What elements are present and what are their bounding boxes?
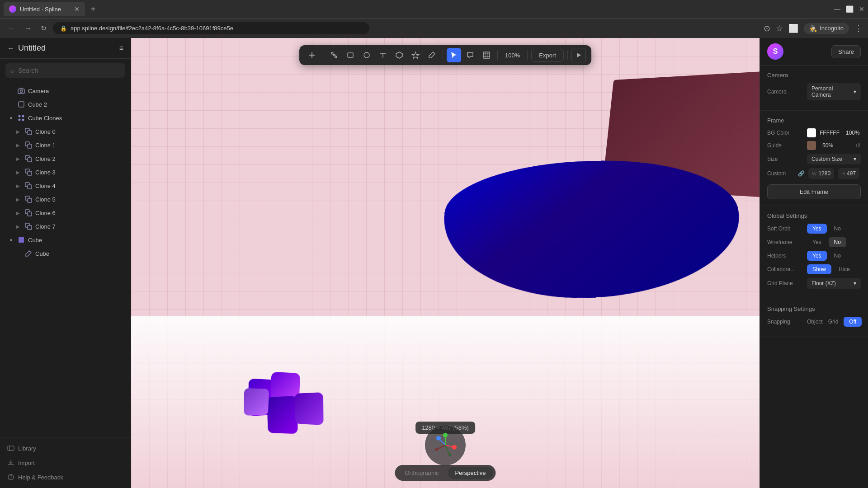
forward-nav-button[interactable]: → (22, 23, 34, 34)
text-tool-button[interactable] (376, 48, 390, 62)
back-nav-button[interactable]: ← (5, 23, 18, 34)
incognito-icon: 🕵 (809, 25, 817, 32)
export-button[interactable]: Export (531, 49, 564, 62)
orientation-gizmo[interactable] (425, 425, 466, 465)
cast-icon[interactable]: ⊙ (764, 23, 770, 33)
tree-item-clone0[interactable]: ▶ Clone 0 (7, 125, 131, 138)
add-tool-button[interactable] (305, 48, 319, 62)
play-button[interactable] (571, 48, 586, 62)
tree-item-clone2[interactable]: ▶ Clone 2 (7, 152, 131, 165)
share-button[interactable]: Share (831, 45, 861, 58)
collabora-hide-button[interactable]: Hide (833, 264, 855, 274)
snapping-row: Snapping Object Grid Off (767, 317, 861, 327)
chevron-down-icon: ▾ (854, 89, 856, 95)
tab-controls: — ⬜ ✕ (834, 5, 864, 13)
active-tab[interactable]: Untitled · Spline ✕ (4, 2, 85, 16)
refresh-nav-button[interactable]: ↻ (38, 22, 49, 34)
tree-item-clone7[interactable]: ▶ Clone 7 (7, 220, 131, 233)
expand-arrow[interactable]: ▶ (14, 209, 22, 216)
tree-item-camera[interactable]: Camera (0, 84, 131, 98)
incognito-button[interactable]: 🕵 Incognito (804, 23, 849, 34)
import-button[interactable]: Import (7, 457, 123, 468)
frame-tool-button[interactable] (479, 48, 494, 62)
library-button[interactable]: Library (7, 443, 123, 454)
maximize-button[interactable]: ⬜ (846, 5, 854, 13)
expand-arrow[interactable]: ▶ (14, 196, 22, 203)
right-panel: S Share Camera Camera Personal Camera ▾ … (760, 38, 868, 488)
svg-rect-36 (483, 52, 490, 58)
minimize-button[interactable]: — (834, 5, 840, 13)
bookmark-icon[interactable]: ☆ (776, 23, 783, 33)
help-label: Help & Feedback (18, 474, 63, 481)
search-box[interactable]: ⌕ (5, 63, 125, 78)
bg-color-row: BG Color FFFFFF 100% (767, 128, 861, 137)
expand-arrow[interactable]: ▶ (14, 182, 22, 189)
expand-arrow[interactable]: ▶ (14, 128, 22, 135)
extensions-icon[interactable]: ⬜ (788, 23, 798, 33)
perspective-view-button[interactable]: Perspective (448, 467, 493, 479)
clone3-label: Clone 3 (35, 169, 123, 176)
select-tool-button[interactable] (447, 48, 461, 62)
svg-rect-26 (21, 240, 24, 243)
tree-item-clone5[interactable]: ▶ Clone 5 (7, 192, 131, 206)
svg-rect-14 (28, 171, 32, 175)
tree-item-cube2[interactable]: Cube 2 (0, 98, 131, 111)
svg-point-35 (364, 52, 369, 58)
canvas-area[interactable]: 100% Export 1280 × 497 (58%) (131, 38, 760, 488)
camera-dropdown[interactable]: Personal Camera ▾ (807, 83, 861, 100)
helpers-no-button[interactable]: No (829, 251, 846, 261)
hamburger-menu-button[interactable]: ≡ (119, 44, 123, 52)
tree-item-cube-child[interactable]: Cube (7, 247, 131, 260)
helpers-yes-button[interactable]: Yes (807, 251, 827, 261)
transform-tool-button[interactable] (327, 48, 341, 62)
expand-arrow[interactable]: ▶ (14, 141, 22, 149)
grid-plane-dropdown[interactable]: Floor (XZ) ▾ (807, 278, 861, 289)
height-input[interactable]: H 497 (838, 168, 859, 179)
tree-item-clone3[interactable]: ▶ Clone 3 (7, 165, 131, 179)
guide-reset-button[interactable]: ↺ (855, 142, 861, 149)
soft-orbit-yes-button[interactable]: Yes (807, 224, 827, 234)
url-input-box[interactable]: 🔒 app.spline.design/file/f2ec2a42-8f6a-4… (53, 22, 369, 34)
snapping-off-button[interactable]: Off (844, 317, 862, 327)
cube-children: Cube (0, 247, 131, 260)
bg-color-swatch[interactable] (807, 128, 816, 137)
tree-item-clone4[interactable]: ▶ Clone 4 (7, 179, 131, 192)
rectangle-tool-button[interactable] (343, 48, 358, 62)
search-input[interactable] (18, 67, 120, 74)
wireframe-no-button[interactable]: No (829, 237, 846, 247)
circle-tool-button[interactable] (359, 48, 374, 62)
tree-item-cube-clones[interactable]: ▾ Cube Clones (0, 111, 131, 125)
tree-item-cube-group[interactable]: ▾ Cube (0, 233, 131, 247)
tree-item-clone1[interactable]: ▶ Clone 1 (7, 138, 131, 152)
guide-color-swatch[interactable] (807, 141, 816, 150)
tab-close-button[interactable]: ✕ (74, 5, 80, 13)
new-tab-button[interactable]: + (87, 4, 99, 14)
gizmo-circle[interactable] (425, 425, 466, 465)
edit-frame-button[interactable]: Edit Frame (767, 184, 861, 199)
pen-tool-button[interactable] (425, 48, 439, 62)
browser-menu-button[interactable]: ⋮ (854, 23, 863, 33)
collabora-show-button[interactable]: Show (807, 264, 831, 274)
collabora-row: Collabora... Show Hide (767, 264, 861, 274)
tree-item-clone6[interactable]: ▶ Clone 6 (7, 206, 131, 220)
expand-arrow-cube[interactable]: ▾ (7, 236, 14, 244)
size-dropdown[interactable]: Custom Size ▾ (807, 154, 861, 164)
expand-arrow[interactable]: ▶ (14, 223, 22, 230)
3d-tool-button[interactable] (392, 48, 406, 62)
soft-orbit-no-button[interactable]: No (829, 224, 846, 234)
width-input[interactable]: W 1280 (808, 168, 834, 179)
wireframe-yes-button[interactable]: Yes (807, 237, 827, 247)
expand-arrow[interactable]: ▶ (14, 155, 22, 162)
star-tool-button[interactable] (408, 48, 423, 62)
svg-point-6 (22, 119, 24, 121)
url-text: app.spline.design/file/f2ec2a42-8f6a-4c5… (71, 25, 233, 32)
orthographic-view-button[interactable]: Orthographic (397, 467, 446, 479)
close-button[interactable]: ✕ (859, 5, 864, 13)
comment-tool-button[interactable] (463, 48, 477, 62)
expand-arrow[interactable]: ▶ (14, 169, 22, 176)
help-button[interactable]: ? Help & Feedback (7, 472, 123, 483)
clones-children: ▶ Clone 0 ▶ Clone 1 ▶ (0, 125, 131, 233)
lock-icon[interactable]: 🔗 (798, 170, 805, 177)
expand-arrow-clones[interactable]: ▾ (7, 114, 14, 122)
back-button[interactable]: ← (7, 44, 14, 52)
